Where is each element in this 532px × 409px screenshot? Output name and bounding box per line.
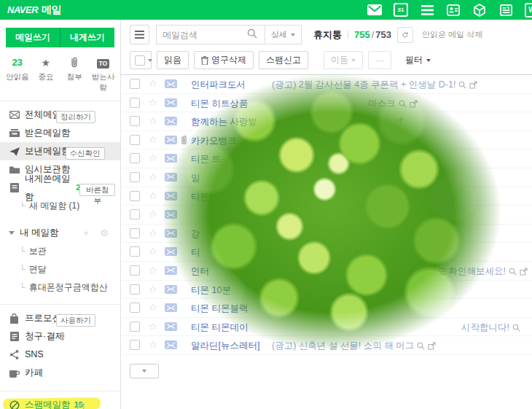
mail-sender[interactable]: 티 — [191, 246, 267, 259]
external-link-icon[interactable] — [428, 342, 436, 350]
external-link-icon[interactable] — [395, 117, 403, 125]
mail-service-icon[interactable] — [367, 3, 382, 17]
mail-sender[interactable]: 인터파크도서 — [191, 79, 267, 91]
mail-sender[interactable]: 카카오뱅크 — [191, 135, 267, 147]
mail-sender[interactable]: 일 — [191, 172, 267, 184]
star-icon[interactable] — [149, 97, 157, 108]
sidebar-item-sent[interactable]: 보낸메일함 수신확인 — [0, 142, 120, 160]
filter-important[interactable]: ★ 중요 — [31, 57, 60, 93]
sidebar-item-sns[interactable]: SNS — [0, 346, 120, 364]
mail-row[interactable]: 강 — [121, 225, 532, 244]
mail-subject-fragment[interactable]: ! — [379, 116, 403, 126]
write-mail-button[interactable]: 메일쓰기 — [6, 28, 60, 47]
mail-row[interactable]: 일 — [121, 168, 532, 187]
list-view-select[interactable] — [130, 364, 159, 378]
mail-row[interactable]: 티몬 티몬데이 시작합니다! — [121, 318, 532, 337]
mail-row[interactable]: 티몬 10분 — [121, 281, 532, 300]
star-icon[interactable] — [149, 209, 157, 219]
row-checkbox[interactable] — [130, 228, 140, 238]
mail-subject-fragment[interactable]: 시작합니다! — [461, 322, 520, 334]
quick-view-icon[interactable] — [384, 117, 392, 125]
mail-sender[interactable]: 강 — [191, 228, 267, 241]
select-all-checkbox[interactable] — [130, 51, 152, 69]
star-icon[interactable] — [149, 190, 157, 201]
use-button[interactable]: 사용하기 — [56, 314, 95, 327]
mail-sender[interactable]: 티몬 티몬데이 — [191, 322, 267, 334]
read-receipt-button[interactable]: 수신확인 — [66, 147, 105, 160]
row-checkbox[interactable] — [130, 191, 140, 201]
mail-row[interactable]: 카카오뱅크 — [121, 131, 532, 150]
mail-subject[interactable]: (광고) 2월 감사선물 4종 쿠폰팩 + 인생날 D-1! — [272, 79, 477, 91]
row-checkbox[interactable] — [130, 209, 140, 219]
mail-row[interactable]: 알라딘[뉴스레터] (광고) 신축년 설 선물! 소의 해 머그 — [121, 336, 532, 355]
star-icon[interactable] — [149, 78, 157, 89]
detail-search-button[interactable]: 상세 — [265, 25, 302, 44]
sidebar-item-phone-bill[interactable]: 휴대폰청구금액합산 — [0, 278, 120, 297]
write-to-me-button[interactable]: 내게쓰기 — [60, 28, 114, 47]
star-icon[interactable] — [149, 152, 157, 163]
row-checkbox[interactable] — [130, 135, 140, 145]
mail-sender[interactable]: 티몬 히트상품 — [191, 98, 267, 110]
star-icon[interactable] — [149, 321, 157, 332]
mail-sender[interactable]: 티몬 10분 — [191, 284, 267, 297]
mail-sender[interactable]: 티몬 — [191, 191, 267, 203]
row-checkbox[interactable] — [130, 153, 140, 163]
sidebar-item-pyeondal[interactable]: 편달 — [0, 260, 120, 278]
delete-unread-link[interactable]: 안읽은 메일 삭제 — [422, 29, 482, 40]
sidebar-item-inbox[interactable]: 받은메일함 — [0, 124, 120, 142]
sidebar-item-all-mail[interactable]: 전체메일 정리하기 — [0, 106, 120, 124]
star-icon[interactable] — [149, 246, 157, 257]
row-checkbox[interactable] — [130, 172, 140, 182]
mail-sender[interactable]: 티몬 티몬블랙 — [191, 303, 267, 315]
organize-button[interactable]: 정리하기 — [56, 111, 95, 123]
quick-view-icon[interactable] — [512, 324, 520, 332]
mybox-icon[interactable] — [472, 3, 487, 17]
star-icon[interactable] — [149, 171, 157, 182]
mail-row[interactable]: 인터파크도서 (광고) 2월 감사선물 4종 쿠폰팩 + 인생날 D-1! — [121, 75, 532, 94]
star-icon[interactable] — [149, 284, 157, 295]
quick-view-icon[interactable] — [399, 100, 407, 108]
mail-row[interactable]: 티몬 트 — [121, 149, 532, 168]
gear-icon[interactable]: ⚙ — [58, 327, 66, 346]
external-link-icon[interactable] — [410, 100, 418, 108]
mail-row[interactable]: 인터 이달의 추천혜택도 확인해보세요! — [121, 262, 532, 281]
sidebar-item-cafe[interactable]: 카페 — [0, 364, 120, 382]
mark-read-button[interactable]: 읽음 — [157, 51, 189, 69]
filter-button[interactable]: 필터 — [401, 53, 435, 67]
mail-row[interactable] — [121, 206, 532, 225]
star-icon[interactable] — [149, 227, 157, 238]
memo-list-icon[interactable] — [420, 3, 434, 17]
hamburger-menu-icon[interactable] — [130, 25, 149, 44]
star-icon[interactable] — [149, 115, 157, 126]
row-checkbox[interactable] — [130, 340, 140, 350]
empty-trash-icon[interactable] — [77, 400, 85, 409]
add-and-settings-icons[interactable]: + ⚙ — [83, 224, 113, 242]
mail-row[interactable]: 티 — [121, 243, 532, 262]
sidebar-item-sent-to-me[interactable]: 내게쓴메일함 23 바른첨부 — [0, 179, 120, 197]
mail-row[interactable]: 티몬 티몬블랙 — [121, 299, 532, 318]
star-icon[interactable] — [149, 302, 157, 313]
row-checkbox[interactable] — [130, 284, 140, 295]
external-link-icon[interactable] — [520, 268, 528, 276]
permanent-delete-button[interactable]: 영구삭제 — [194, 51, 254, 69]
external-link-icon[interactable] — [469, 81, 477, 89]
post-doc-icon[interactable] — [498, 3, 513, 17]
row-checkbox[interactable] — [130, 79, 140, 89]
report-spam-button[interactable]: 스팸신고 — [259, 51, 308, 69]
sidebar-item-billing[interactable]: 청구·결제 ⚙ — [0, 327, 120, 346]
mail-row[interactable]: 티몬 히트상품 마스크 — [121, 94, 532, 113]
filter-attachment[interactable]: 첨부 — [60, 57, 89, 93]
naver-mail-logo[interactable]: NAVER메일 — [7, 4, 61, 17]
quick-view-icon[interactable] — [458, 81, 466, 89]
my-mailbox-section[interactable]: 내 메일함 + ⚙ — [0, 224, 120, 242]
move-button[interactable]: 이동 — [324, 51, 363, 69]
safe-attach-button[interactable]: 바른첨부 — [79, 184, 115, 196]
row-checkbox[interactable] — [130, 246, 140, 257]
row-checkbox[interactable] — [130, 98, 140, 108]
quick-view-icon[interactable] — [417, 342, 425, 350]
star-icon[interactable] — [149, 134, 157, 145]
calendar-icon[interactable]: 31 — [394, 3, 408, 17]
mail-row[interactable]: 함께하는 사랑밭 ! — [121, 112, 532, 131]
row-checkbox[interactable] — [130, 265, 140, 276]
quick-view-icon[interactable] — [509, 268, 517, 276]
